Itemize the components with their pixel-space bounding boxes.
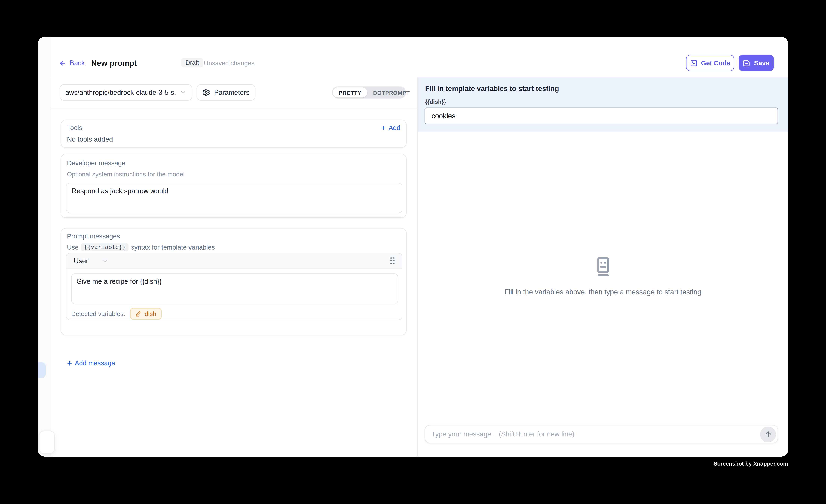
add-tool-button[interactable]: Add xyxy=(380,124,400,132)
gear-icon xyxy=(202,88,211,96)
prompt-messages-card: Prompt messages Use {{variable}} syntax … xyxy=(61,228,407,335)
tools-empty-text: No tools added xyxy=(67,135,400,143)
chevron-down-icon xyxy=(102,257,109,264)
save-label: Save xyxy=(754,59,769,67)
unsaved-changes-text: Unsaved changes xyxy=(204,60,254,67)
hint-suffix: syntax for template variables xyxy=(131,244,215,251)
model-selector[interactable]: aws/anthropic/bedrock-claude-3-5-s... xyxy=(60,84,192,101)
toggle-pretty[interactable]: PRETTY xyxy=(333,87,367,98)
parameters-label: Parameters xyxy=(214,88,249,96)
dish-variable-label: {{dish}} xyxy=(425,99,446,105)
add-message-label: Add message xyxy=(75,360,115,367)
prompt-card-title: Prompt messages xyxy=(67,233,400,240)
view-mode-toggle: PRETTY DOTPROMPT xyxy=(332,86,406,99)
chat-message-input[interactable] xyxy=(425,430,760,438)
back-label: Back xyxy=(69,59,85,67)
tools-card-title: Tools xyxy=(67,124,82,132)
user-message-textarea[interactable]: Give me a recipe for {{dish}} xyxy=(71,273,398,304)
page-title: New prompt xyxy=(91,58,137,67)
message-header: User xyxy=(66,253,402,268)
developer-card-title: Developer message xyxy=(67,160,400,167)
chat-test-area: Fill in the variables above, then type a… xyxy=(418,132,788,456)
app-window: Back New prompt Draft Unsaved changes Ge… xyxy=(38,37,788,456)
template-syntax-hint: Use {{variable}} syntax for template var… xyxy=(67,243,400,251)
drag-handle-icon[interactable] xyxy=(390,257,395,264)
variable-chip-dish[interactable]: dish xyxy=(130,308,162,320)
terminal-square-icon xyxy=(690,59,697,67)
sidebar-popover-card xyxy=(39,431,55,454)
chat-empty-text: Fill in the variables above, then type a… xyxy=(505,288,701,296)
plus-icon xyxy=(380,125,387,131)
role-selector[interactable]: User xyxy=(74,257,109,265)
dish-variable-input[interactable] xyxy=(425,107,778,124)
tools-card: Tools Add No tools added xyxy=(61,120,407,148)
add-message-button[interactable]: Add message xyxy=(66,360,115,367)
hint-prefix: Use xyxy=(67,244,78,251)
chat-message-bar xyxy=(425,425,778,443)
status-badge: Draft xyxy=(181,58,203,68)
parameters-button[interactable]: Parameters xyxy=(196,84,255,101)
arrow-left-icon xyxy=(59,59,66,67)
collapsed-sidebar xyxy=(38,37,51,456)
test-panel-heading: Fill in template variables to start test… xyxy=(425,85,559,93)
detected-variables-row: Detected variables: dish xyxy=(71,308,162,320)
back-button[interactable]: Back xyxy=(59,59,85,67)
template-variables-panel: Fill in template variables to start test… xyxy=(418,77,788,132)
get-code-button[interactable]: Get Code xyxy=(686,55,734,71)
detected-variables-label: Detected variables: xyxy=(71,310,125,317)
send-button[interactable] xyxy=(760,426,776,442)
arrow-up-icon xyxy=(764,430,772,438)
chevron-down-icon xyxy=(180,89,186,96)
variable-syntax-chip: {{variable}} xyxy=(81,243,128,251)
save-button[interactable]: Save xyxy=(739,55,774,71)
developer-message-card: Developer message Optional system instru… xyxy=(61,154,407,218)
variable-chip-label: dish xyxy=(145,310,156,317)
plus-icon xyxy=(66,360,73,367)
robot-face-icon xyxy=(593,257,613,277)
chat-empty-state: Fill in the variables above, then type a… xyxy=(418,257,788,296)
get-code-label: Get Code xyxy=(701,59,730,67)
watermark-text: Screenshot by Xnapper.com xyxy=(714,460,788,467)
edit-pencil-icon xyxy=(135,311,141,317)
save-icon xyxy=(743,59,750,67)
role-value: User xyxy=(74,257,88,265)
developer-message-textarea[interactable]: Respond as jack sparrow would xyxy=(66,183,403,213)
message-block: User Give me a recipe for {{dish}} Detec… xyxy=(66,253,403,320)
model-selector-value: aws/anthropic/bedrock-claude-3-5-s... xyxy=(65,88,175,96)
developer-card-subtitle: Optional system instructions for the mod… xyxy=(67,171,400,178)
screenshot-stage: Back New prompt Draft Unsaved changes Ge… xyxy=(0,0,826,504)
toggle-dotprompt[interactable]: DOTPROMPT xyxy=(367,87,416,98)
sidebar-active-item[interactable] xyxy=(38,362,46,378)
add-tool-label: Add xyxy=(389,124,400,132)
toolbar-divider xyxy=(51,108,417,109)
